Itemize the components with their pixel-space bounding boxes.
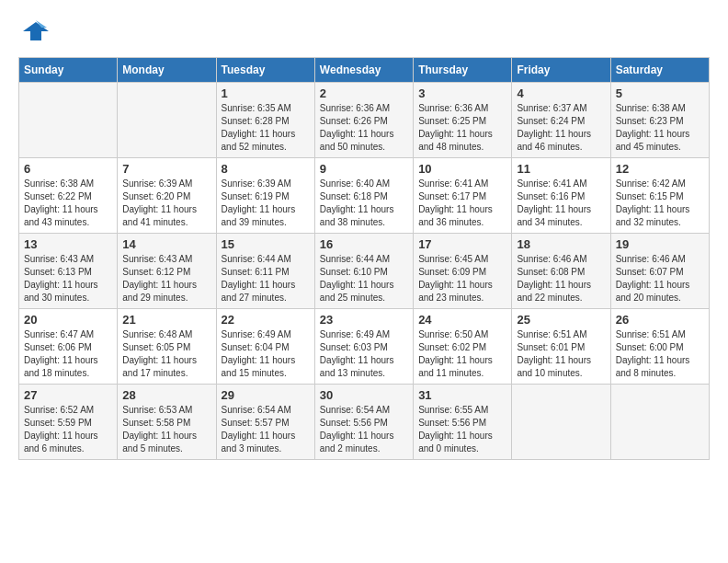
day-details: Sunrise: 6:37 AM Sunset: 6:24 PM Dayligh… [517,102,605,154]
calendar-cell: 3Sunrise: 6:36 AM Sunset: 6:25 PM Daylig… [414,83,512,158]
weekday-header-tuesday: Tuesday [216,58,314,83]
calendar-cell: 10Sunrise: 6:41 AM Sunset: 6:17 PM Dayli… [414,158,512,234]
day-details: Sunrise: 6:44 AM Sunset: 6:10 PM Dayligh… [320,253,408,304]
day-details: Sunrise: 6:51 AM Sunset: 6:00 PM Dayligh… [616,328,704,380]
calendar-cell: 28Sunrise: 6:53 AM Sunset: 5:58 PM Dayli… [118,385,216,460]
day-number: 24 [418,313,506,327]
day-number: 11 [517,162,605,176]
day-number: 28 [122,388,210,402]
calendar-cell: 30Sunrise: 6:54 AM Sunset: 5:56 PM Dayli… [314,385,413,460]
day-number: 21 [122,313,210,327]
weekday-header-thursday: Thursday [414,58,512,83]
day-details: Sunrise: 6:44 AM Sunset: 6:11 PM Dayligh… [222,253,310,304]
calendar-cell: 15Sunrise: 6:44 AM Sunset: 6:11 PM Dayli… [216,234,314,309]
day-details: Sunrise: 6:39 AM Sunset: 6:20 PM Dayligh… [122,178,210,229]
weekday-header-row: SundayMondayTuesdayWednesdayThursdayFrid… [19,58,710,83]
calendar-cell: 8Sunrise: 6:39 AM Sunset: 6:19 PM Daylig… [216,158,314,234]
day-details: Sunrise: 6:41 AM Sunset: 6:17 PM Dayligh… [418,178,506,229]
day-details: Sunrise: 6:46 AM Sunset: 6:07 PM Dayligh… [616,253,704,304]
day-number: 29 [222,388,310,402]
calendar-cell: 23Sunrise: 6:49 AM Sunset: 6:03 PM Dayli… [314,309,413,385]
day-details: Sunrise: 6:50 AM Sunset: 6:02 PM Dayligh… [418,328,506,380]
day-number: 8 [222,162,310,176]
weekday-header-sunday: Sunday [19,58,118,83]
day-number: 14 [122,237,210,251]
day-details: Sunrise: 6:52 AM Sunset: 5:59 PM Dayligh… [24,404,112,455]
day-details: Sunrise: 6:38 AM Sunset: 6:23 PM Dayligh… [616,102,704,154]
logo-bird-icon [23,18,49,44]
calendar-cell: 5Sunrise: 6:38 AM Sunset: 6:23 PM Daylig… [610,83,709,158]
day-details: Sunrise: 6:55 AM Sunset: 5:56 PM Dayligh… [418,404,506,455]
day-number: 15 [222,237,310,251]
week-row-2: 6Sunrise: 6:38 AM Sunset: 6:22 PM Daylig… [19,158,710,234]
day-number: 30 [320,388,408,402]
day-number: 26 [616,313,704,327]
day-number: 6 [24,162,112,176]
day-number: 17 [418,237,506,251]
calendar-cell: 9Sunrise: 6:40 AM Sunset: 6:18 PM Daylig… [314,158,413,234]
calendar-cell: 7Sunrise: 6:39 AM Sunset: 6:20 PM Daylig… [118,158,216,234]
svg-marker-0 [23,22,49,40]
calendar-cell: 25Sunrise: 6:51 AM Sunset: 6:01 PM Dayli… [512,309,610,385]
day-details: Sunrise: 6:46 AM Sunset: 6:08 PM Dayligh… [517,253,605,304]
day-details: Sunrise: 6:43 AM Sunset: 6:13 PM Dayligh… [24,253,112,304]
day-details: Sunrise: 6:35 AM Sunset: 6:28 PM Dayligh… [222,102,310,154]
day-number: 19 [616,237,704,251]
calendar-cell: 22Sunrise: 6:49 AM Sunset: 6:04 PM Dayli… [216,309,314,385]
calendar-cell: 13Sunrise: 6:43 AM Sunset: 6:13 PM Dayli… [19,234,118,309]
day-number: 25 [517,313,605,327]
day-details: Sunrise: 6:53 AM Sunset: 5:58 PM Dayligh… [122,404,210,455]
day-number: 2 [320,86,408,100]
calendar-cell: 26Sunrise: 6:51 AM Sunset: 6:00 PM Dayli… [610,309,709,385]
day-number: 10 [418,162,506,176]
week-row-5: 27Sunrise: 6:52 AM Sunset: 5:59 PM Dayli… [19,385,710,460]
day-details: Sunrise: 6:54 AM Sunset: 5:56 PM Dayligh… [320,404,408,455]
day-number: 9 [320,162,408,176]
day-number: 18 [517,237,605,251]
day-number: 13 [24,237,112,251]
calendar-cell [19,83,118,158]
day-number: 31 [418,388,506,402]
page-header [18,18,710,48]
calendar-cell: 2Sunrise: 6:36 AM Sunset: 6:26 PM Daylig… [314,83,413,158]
calendar-cell: 31Sunrise: 6:55 AM Sunset: 5:56 PM Dayli… [414,385,512,460]
week-row-4: 20Sunrise: 6:47 AM Sunset: 6:06 PM Dayli… [19,309,710,385]
day-details: Sunrise: 6:38 AM Sunset: 6:22 PM Dayligh… [24,178,112,229]
day-number: 7 [122,162,210,176]
weekday-header-friday: Friday [512,58,610,83]
day-number: 27 [24,388,112,402]
weekday-header-wednesday: Wednesday [314,58,413,83]
calendar-cell: 1Sunrise: 6:35 AM Sunset: 6:28 PM Daylig… [216,83,314,158]
day-number: 5 [616,86,704,100]
calendar-cell: 11Sunrise: 6:41 AM Sunset: 6:16 PM Dayli… [512,158,610,234]
calendar-cell [118,83,216,158]
day-details: Sunrise: 6:39 AM Sunset: 6:19 PM Dayligh… [222,178,310,229]
day-number: 22 [222,313,310,327]
day-number: 20 [24,313,112,327]
day-number: 16 [320,237,408,251]
calendar-cell: 6Sunrise: 6:38 AM Sunset: 6:22 PM Daylig… [19,158,118,234]
logo [18,18,49,48]
day-details: Sunrise: 6:42 AM Sunset: 6:15 PM Dayligh… [616,178,704,229]
calendar-cell [512,385,610,460]
weekday-header-monday: Monday [118,58,216,83]
day-details: Sunrise: 6:51 AM Sunset: 6:01 PM Dayligh… [517,328,605,380]
calendar-cell: 17Sunrise: 6:45 AM Sunset: 6:09 PM Dayli… [414,234,512,309]
calendar-cell: 12Sunrise: 6:42 AM Sunset: 6:15 PM Dayli… [610,158,709,234]
day-details: Sunrise: 6:43 AM Sunset: 6:12 PM Dayligh… [122,253,210,304]
day-number: 12 [616,162,704,176]
day-details: Sunrise: 6:48 AM Sunset: 6:05 PM Dayligh… [122,328,210,380]
day-details: Sunrise: 6:47 AM Sunset: 6:06 PM Dayligh… [24,328,112,380]
calendar-cell: 18Sunrise: 6:46 AM Sunset: 6:08 PM Dayli… [512,234,610,309]
calendar-cell [610,385,709,460]
day-details: Sunrise: 6:49 AM Sunset: 6:03 PM Dayligh… [320,328,408,380]
calendar-cell: 19Sunrise: 6:46 AM Sunset: 6:07 PM Dayli… [610,234,709,309]
day-details: Sunrise: 6:40 AM Sunset: 6:18 PM Dayligh… [320,178,408,229]
calendar-cell: 21Sunrise: 6:48 AM Sunset: 6:05 PM Dayli… [118,309,216,385]
calendar-cell: 29Sunrise: 6:54 AM Sunset: 5:57 PM Dayli… [216,385,314,460]
day-details: Sunrise: 6:54 AM Sunset: 5:57 PM Dayligh… [222,404,310,455]
week-row-3: 13Sunrise: 6:43 AM Sunset: 6:13 PM Dayli… [19,234,710,309]
day-number: 4 [517,86,605,100]
day-number: 1 [222,86,310,100]
week-row-1: 1Sunrise: 6:35 AM Sunset: 6:28 PM Daylig… [19,83,710,158]
